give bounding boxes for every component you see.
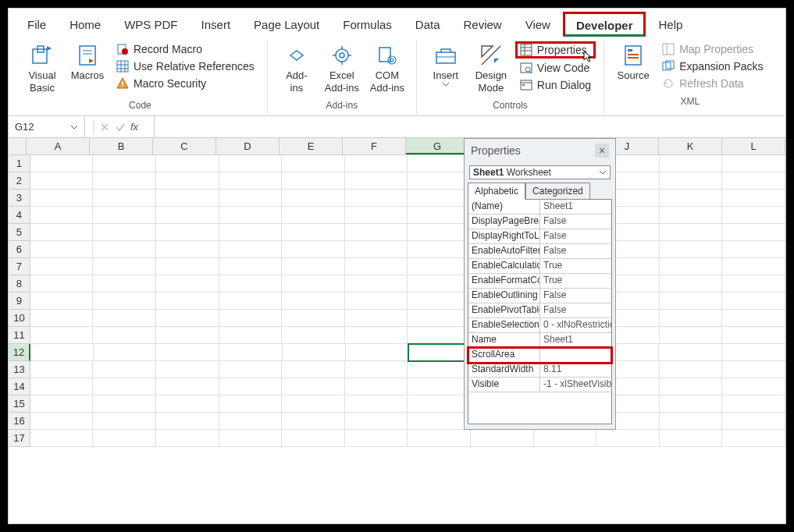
row-header[interactable]: 16 [9,413,30,430]
cell[interactable] [30,224,94,241]
cell[interactable] [156,327,219,344]
property-row[interactable]: NameSheet1 [468,333,611,348]
cell[interactable] [156,310,219,327]
row-header[interactable]: 4 [9,207,30,224]
cell[interactable] [94,344,157,361]
property-value[interactable] [540,348,611,362]
run-dialog-button[interactable]: Run Dialog [515,77,596,93]
visual-basic-button[interactable]: VisualBasic [21,41,63,95]
cell[interactable] [345,172,408,190]
cell[interactable] [408,413,471,430]
cell[interactable] [93,430,156,447]
property-value[interactable]: False [540,303,611,317]
cell[interactable] [156,190,219,207]
row-header[interactable]: 2 [9,172,30,190]
property-value[interactable]: False [540,244,611,258]
column-header[interactable]: B [90,138,153,154]
cell[interactable] [722,172,785,190]
cell[interactable] [93,172,156,190]
cell[interactable] [30,190,94,207]
cell[interactable] [156,155,219,172]
cell[interactable] [30,172,94,190]
cell[interactable] [660,413,723,430]
cell[interactable] [722,310,785,327]
cell[interactable] [219,258,283,275]
row-header[interactable]: 7 [9,258,30,275]
cell[interactable] [30,430,94,447]
property-value[interactable]: Sheet1 [540,333,611,347]
chevron-down-icon[interactable] [70,125,78,129]
cell[interactable] [30,258,94,275]
menu-view[interactable]: View [514,13,561,36]
cell[interactable] [408,395,471,413]
cell[interactable] [156,275,219,293]
insert-button[interactable]: Insert [425,41,467,90]
cell[interactable] [408,258,471,275]
cell[interactable] [722,395,785,413]
cell[interactable] [345,207,408,224]
property-value[interactable]: True [540,274,611,288]
properties-button[interactable]: Properties [515,41,596,59]
row-header[interactable]: 3 [9,190,30,207]
cell[interactable] [30,413,94,430]
cell[interactable] [156,241,219,258]
cell[interactable] [660,207,723,224]
select-all-corner[interactable] [9,138,27,154]
cell[interactable] [345,275,408,293]
cell[interactable] [219,224,283,241]
cell[interactable] [345,190,408,207]
menu-insert[interactable]: Insert [190,13,242,36]
tab-categorized[interactable]: Categorized [525,183,590,200]
cell[interactable] [471,430,534,447]
cell[interactable] [282,172,345,190]
cell[interactable] [660,361,723,378]
property-row[interactable]: DisplayRightToLeftFalse [468,229,611,244]
cell[interactable] [219,190,283,207]
cell[interactable] [660,155,723,172]
menu-home[interactable]: Home [59,13,112,36]
cell[interactable] [722,241,785,258]
property-row[interactable]: EnablePivotTableFalse [468,303,611,318]
property-row[interactable]: Visible-1 - xlSheetVisible [468,378,611,392]
cell[interactable] [408,343,471,362]
column-header[interactable]: F [343,138,406,154]
row-header[interactable]: 17 [9,430,30,447]
property-value[interactable]: True [540,259,611,273]
row-header[interactable]: 11 [9,327,30,344]
property-row[interactable]: EnableFormatConditionsCalculationTrue [468,274,611,289]
column-header[interactable]: E [280,138,343,154]
row-header[interactable]: 12 [9,344,30,361]
cell[interactable] [30,241,94,258]
cell[interactable] [219,155,283,172]
cell[interactable] [408,275,471,293]
cell[interactable] [93,258,156,275]
cell[interactable] [219,310,283,327]
column-header[interactable]: D [216,138,280,154]
macro-security-button[interactable]: Macro Security [112,76,259,91]
cell[interactable] [722,344,785,361]
cell[interactable] [408,310,471,327]
column-header[interactable]: G [406,138,469,154]
cell[interactable] [408,190,471,207]
cell[interactable] [722,327,785,344]
cell[interactable] [219,241,283,258]
row-header[interactable]: 8 [9,275,30,293]
cell[interactable] [156,361,219,378]
menu-file[interactable]: File [16,13,57,36]
cell[interactable] [156,344,219,361]
cell[interactable] [282,224,345,241]
cell[interactable] [30,327,94,344]
cell[interactable] [534,430,597,447]
cell[interactable] [722,155,785,172]
record-macro-button[interactable]: Record Macro [112,41,259,57]
cell[interactable] [722,190,785,207]
cell[interactable] [408,378,471,395]
cell[interactable] [345,361,408,378]
property-value[interactable]: Sheet1 [540,200,611,214]
cell[interactable] [282,275,345,293]
row-header[interactable]: 9 [9,293,30,310]
cell[interactable] [722,293,785,310]
property-row[interactable]: StandardWidth8.11 [468,363,611,378]
cell[interactable] [660,378,723,395]
cell[interactable] [660,172,723,190]
